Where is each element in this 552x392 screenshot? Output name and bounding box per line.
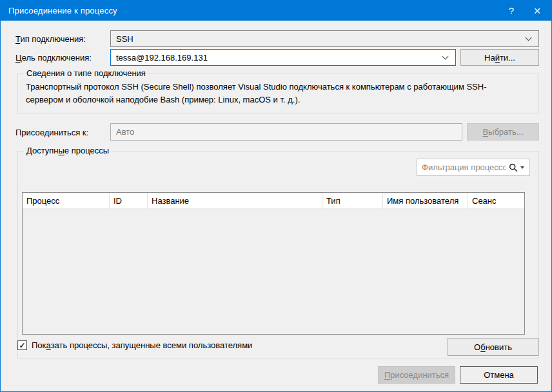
column-header-name[interactable]: Название	[148, 193, 322, 208]
process-filter-input[interactable]	[422, 162, 506, 172]
cancel-button[interactable]: Отмена	[460, 366, 538, 384]
search-button[interactable]	[506, 159, 529, 175]
show-all-users-label: Показать процессы, запущенные всеми поль…	[32, 340, 252, 350]
connection-type-dropdown[interactable]: SSH	[110, 30, 539, 47]
connection-info-title: Сведения о типе подключения	[24, 68, 148, 78]
connection-type-label: Тип подключения:	[15, 34, 86, 44]
process-table-header: Процесс ID Название Тип Имя пользователя…	[23, 193, 524, 209]
chevron-down-icon	[526, 35, 532, 41]
checkbox[interactable]: ✓	[17, 340, 27, 350]
column-header-session[interactable]: Сеанс	[468, 193, 524, 208]
filter-options-chevron-icon	[520, 166, 524, 169]
select-button: Выбрать...	[467, 123, 539, 141]
help-icon: ?	[509, 5, 514, 16]
connection-info-text: Транспортный протокол SSH (Secure Shell)…	[26, 81, 522, 106]
attach-button: Присоединиться	[378, 366, 455, 384]
process-filter-box	[417, 159, 530, 176]
connection-target-combobox	[110, 49, 456, 66]
close-icon: ✕	[533, 6, 541, 16]
search-icon	[509, 163, 518, 172]
connection-info-groupbox: Сведения о типе подключения Транспортный…	[17, 74, 539, 113]
connection-target-input[interactable]	[116, 53, 443, 63]
process-table-body	[23, 209, 524, 334]
help-button[interactable]: ?	[498, 1, 524, 21]
column-header-type[interactable]: Тип	[322, 193, 383, 208]
connection-type-value: SSH	[116, 34, 526, 44]
connection-target-label: Цель подключения:	[15, 53, 92, 63]
process-table: Процесс ID Название Тип Имя пользователя…	[22, 192, 525, 335]
attach-to-label: Присоединиться к:	[15, 128, 88, 137]
chevron-down-icon[interactable]	[442, 54, 449, 60]
checkmark-icon: ✓	[19, 341, 25, 350]
refresh-button[interactable]: Обновить	[448, 338, 538, 356]
attach-to-process-dialog: Присоединение к процессу ? ✕ Тип подключ…	[0, 0, 552, 392]
column-header-process[interactable]: Процесс	[23, 193, 110, 208]
column-header-id[interactable]: ID	[110, 193, 148, 208]
find-button[interactable]: Найти...	[460, 49, 539, 66]
title-bar: Присоединение к процессу ? ✕	[1, 1, 551, 21]
attach-to-value: Авто	[116, 127, 134, 137]
column-header-user-name[interactable]: Имя пользователя	[383, 193, 468, 208]
attach-to-field: Авто	[110, 123, 462, 141]
show-all-users-checkbox[interactable]: ✓ Показать процессы, запущенные всеми по…	[17, 340, 252, 350]
processes-groupbox-title: Доступные процессы	[24, 146, 112, 155]
dialog-title: Присоединение к процессу	[8, 6, 117, 15]
close-button[interactable]: ✕	[524, 1, 550, 21]
